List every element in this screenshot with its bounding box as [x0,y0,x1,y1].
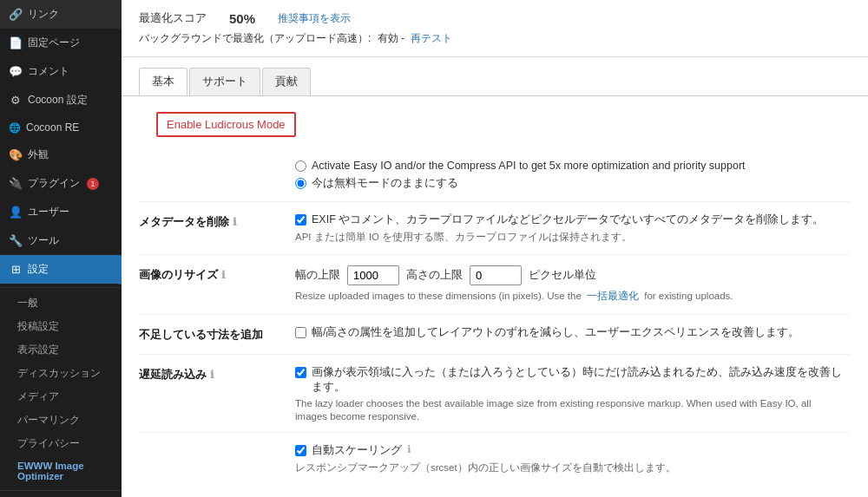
resize-note-text: Resize uploaded images to these dimensio… [295,291,582,301]
settings-content: Activate Easy IO and/or the Compress API… [122,149,868,497]
cocoon-re-icon: 🌐 [9,122,21,134]
cocoon-re-item: 🌐 Cocoon RE [0,114,122,141]
lazy-load-note2: images become responsive. [295,411,851,422]
auto-scaling-control: 自動スケーリング ℹ レスポンシブマークアップ（srcset）内の正しい画像サイ… [295,443,851,474]
link-icon: 🔗 [9,8,23,21]
tools-icon: 🔧 [9,234,23,247]
metadata-label-text: メタデータを削除 [139,214,229,230]
auto-scaling-note: レスポンシブマークアップ（srcset）内の正しい画像サイズを自動で検出します。 [295,461,851,474]
tab-basic[interactable]: 基本 [139,68,187,95]
resize-note-end: for existing uploads. [644,291,733,301]
bg-optimize-row: バックグラウンドで最適化（アップロード高速）: 有効 - 再テスト [139,31,851,46]
radio-group-row: Activate Easy IO and/or the Compress API… [139,149,851,202]
retest-link[interactable]: 再テスト [411,32,452,44]
lazy-load-label-text: 遅延読み込み [139,367,207,383]
sidebar-item-link-label: リンク [28,7,59,22]
sub-item-discussion[interactable]: ディスカッション [0,362,122,385]
height-input[interactable] [470,265,522,285]
metadata-help-icon[interactable]: ℹ [233,216,237,228]
sidebar-item-appearance[interactable]: 🎨 外観 [0,141,122,169]
lazy-load-checkbox-row: 画像が表示領域に入った（または入ろうとしている）時にだけ読み込まれるため、読み込… [295,365,851,395]
sidebar-item-settings[interactable]: ⊞ 設定 [0,255,122,284]
metadata-checkbox-label: EXIF やコメント、カラープロファイルなどピクセルデータでないすべてのメタデー… [312,213,824,227]
height-label: 高さの上限 [406,268,463,283]
radio-option2-label: 今は無料モードのままにする [312,176,458,191]
bg-optimize-label: バックグラウンドで最適化（アップロード高速）: [139,32,371,44]
top-section: 最適化スコア 50% 推奨事項を表示 バックグラウンドで最適化（アップロード高速… [122,0,868,57]
auto-scaling-checkbox-row: 自動スケーリング ℹ [295,443,851,458]
sidebar-item-users-label: ユーザー [28,205,69,219]
lazy-load-help-icon[interactable]: ℹ [210,369,214,381]
sub-item-media[interactable]: メディア [0,385,122,409]
metadata-label: メタデータを削除 ℹ [139,213,278,230]
radio-group-label [139,160,278,161]
recommend-link[interactable]: 推奨事項を表示 [278,11,351,26]
radio-option1-label: Activate Easy IO and/or the Compress API… [312,160,746,172]
comment-icon: 💬 [9,65,23,78]
unit-label: ピクセル単位 [529,268,596,283]
lazy-load-note1: The lazy loader chooses the best availab… [295,398,851,409]
ludicrous-mode-button[interactable]: Enable Ludicrous Mode [156,112,296,137]
sub-item-privacy[interactable]: プライバシー [0,432,122,455]
sub-item-display-settings[interactable]: 表示設定 [0,338,122,362]
sidebar-item-plugins[interactable]: 🔌 プラグイン 1 [0,169,122,198]
dimensions-row: 不足している寸法を追加 幅/高さの属性を追加してレイアウトのずれを減らし、ユーザ… [139,315,851,355]
users-icon: 👤 [9,206,23,219]
bulk-optimize-link[interactable]: 一括最適化 [587,290,639,302]
sidebar-item-users[interactable]: 👤 ユーザー [0,198,122,226]
sidebar-item-settings-label: 設定 [28,262,49,277]
cocoon-settings-icon: ⚙ [9,94,23,107]
main-content: 最適化スコア 50% 推奨事項を表示 バックグラウンドで最適化（アップロード高速… [122,0,868,497]
auto-scaling-label [139,443,278,445]
plugins-icon: 🔌 [9,177,23,190]
lazy-load-row: 遅延読み込み ℹ 画像が表示領域に入った（または入ろうとしている）時にだけ読み込… [139,355,851,433]
active-indicator [118,255,122,284]
sub-item-general[interactable]: 一般 [0,291,122,315]
cocoon-re-label: Cocoon RE [26,121,79,134]
lazy-load-checkbox[interactable] [295,367,306,378]
auto-scaling-help-icon[interactable]: ℹ [407,443,411,455]
radio-option2[interactable] [295,178,306,189]
settings-icon: ⊞ [9,263,23,276]
resize-row: 画像のリサイズ ℹ 幅の上限 高さの上限 ピクセル単位 Resize uploa… [139,255,851,315]
resize-label-text: 画像のリサイズ [139,267,218,283]
radio-option1-row: Activate Easy IO and/or the Compress API… [295,160,851,172]
resize-label: 画像のリサイズ ℹ [139,265,278,283]
dimensions-label-text: 不足している寸法を追加 [139,327,263,343]
metadata-row: メタデータを削除 ℹ EXIF やコメント、カラープロファイルなどピクセルデータ… [139,202,851,255]
sidebar-item-appearance-label: 外観 [28,147,49,162]
tab-support[interactable]: サポート [189,68,260,95]
lazy-load-checkbox-label: 画像が表示領域に入った（または入ろうとしている）時にだけ読み込まれるため、読み込… [312,365,851,395]
tab-contribution[interactable]: 貢献 [262,68,311,95]
score-value: 50% [229,11,255,26]
sidebar-item-tools[interactable]: 🔧 ツール [0,226,122,255]
sidebar-item-fixed-page-label: 固定ページ [28,36,80,50]
tabs-bar: 基本 サポート 貢献 [122,57,868,96]
sub-item-permalink[interactable]: パーマリンク [0,409,122,432]
radio-option2-row: 今は無料モードのままにする [295,176,851,191]
resize-help-icon[interactable]: ℹ [221,269,226,281]
sidebar-divider [0,287,122,288]
score-label: 最適化スコア [139,10,207,26]
appearance-icon: 🎨 [9,148,23,161]
dimensions-checkbox[interactable] [295,327,306,338]
sidebar-item-fixed-page[interactable]: 📄 固定ページ [0,29,122,57]
plugins-badge: 1 [87,178,99,190]
radio-group-control: Activate Easy IO and/or the Compress API… [295,160,851,191]
bg-optimize-value: 有効 - [378,32,404,44]
resize-inputs-row: 幅の上限 高さの上限 ピクセル単位 [295,265,851,285]
dimensions-checkbox-row: 幅/高さの属性を追加してレイアウトのずれを減らし、ユーザーエクスペリエンスを改善… [295,325,851,340]
sidebar-item-comment[interactable]: 💬 コメント [0,57,122,86]
sidebar-item-cocoon-settings[interactable]: ⚙ Cocoon 設定 [0,86,122,114]
fixed-page-icon: 📄 [9,36,23,49]
sub-item-post-settings[interactable]: 投稿設定 [0,315,122,338]
lazy-load-label: 遅延読み込み ℹ [139,365,278,383]
sidebar-item-link[interactable]: 🔗 リンク [0,0,122,29]
radio-option1[interactable] [295,160,306,172]
width-input[interactable] [347,265,399,285]
dimensions-control: 幅/高さの属性を追加してレイアウトのずれを減らし、ユーザーエクスペリエンスを改善… [295,325,851,343]
auto-scaling-checkbox[interactable] [295,445,306,456]
sidebar-item-comment-label: コメント [28,64,69,79]
sub-item-ewww[interactable]: EWWW Image Optimizer [0,455,122,487]
metadata-checkbox[interactable] [295,214,306,226]
